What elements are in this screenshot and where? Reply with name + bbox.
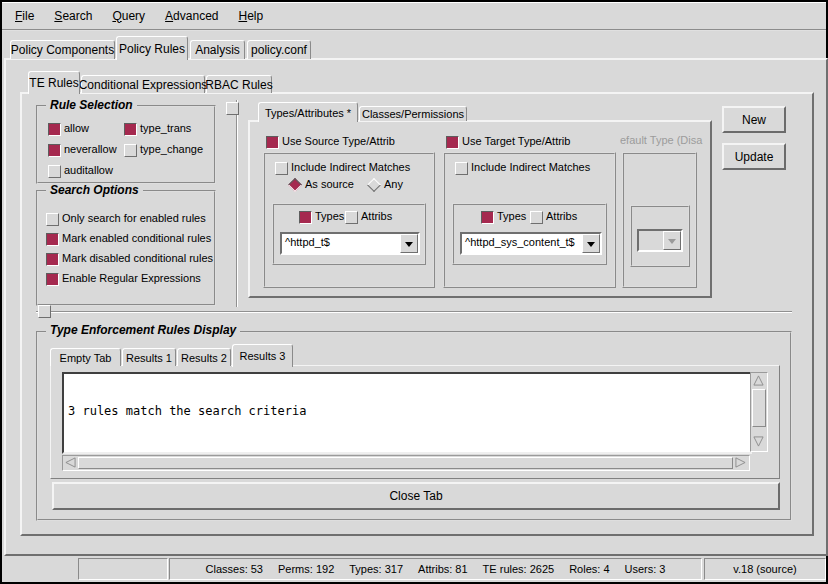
checkbox-target-indirect[interactable] — [455, 162, 468, 175]
scrollbar-thumb[interactable] — [78, 457, 733, 469]
checkbox-mark-enabled-label[interactable]: Mark enabled conditional rules — [62, 232, 211, 245]
dropdown-arrow-icon[interactable] — [400, 234, 418, 253]
checkbox-neverallow-label[interactable]: neverallow — [64, 143, 117, 156]
tab-te-rules[interactable]: TE Rules — [28, 71, 80, 94]
menu-help[interactable]: Help — [235, 8, 266, 24]
checkbox-only-enabled-label[interactable]: Only search for enabled rules — [62, 212, 206, 225]
checkbox-neverallow[interactable] — [48, 144, 61, 157]
tab-policy-conf[interactable]: policy.conf — [247, 40, 311, 59]
apol-window: File Search Query Advanced Help Policy C… — [0, 0, 828, 584]
target-type-combobox-value[interactable]: ^httpd_sys_content_t$ — [462, 234, 582, 253]
vertical-sash-handle[interactable] — [226, 102, 239, 115]
checkbox-use-target-label[interactable]: Use Target Type/Attrib — [462, 135, 570, 148]
checkbox-source-attribs-label[interactable]: Attribs — [361, 210, 392, 223]
tab-policy-rules[interactable]: Policy Rules — [116, 36, 188, 60]
radio-as-source-label[interactable]: As source — [305, 178, 354, 191]
tab-results-3[interactable]: Results 3 — [232, 344, 293, 367]
status-stat: Perms: 192 — [278, 563, 334, 575]
tab-rbac-rules[interactable]: RBAC Rules — [206, 75, 272, 93]
status-stat: TE rules: 2625 — [483, 563, 555, 575]
tab-results-1[interactable]: Results 1 — [122, 348, 176, 366]
scroll-down-arrow-icon[interactable] — [752, 435, 764, 447]
new-button[interactable]: New — [722, 106, 786, 133]
menu-query[interactable]: Query — [109, 8, 148, 24]
checkbox-only-enabled[interactable] — [46, 213, 59, 226]
default-type-combobox — [637, 229, 683, 252]
checkbox-use-target[interactable] — [446, 136, 459, 149]
checkbox-source-attribs[interactable] — [345, 211, 358, 224]
results-display-title: Type Enforcement Rules Display — [46, 324, 240, 337]
menu-advanced[interactable]: Advanced — [162, 8, 221, 24]
checkbox-auditallow[interactable] — [48, 165, 61, 178]
blank-line — [68, 446, 746, 454]
status-stat: Roles: 4 — [569, 563, 609, 575]
checkbox-type-trans-label[interactable]: type_trans — [140, 122, 191, 135]
dropdown-arrow-icon[interactable] — [582, 234, 600, 253]
scroll-up-arrow-icon[interactable] — [752, 374, 764, 386]
checkbox-mark-disabled[interactable] — [46, 253, 59, 266]
checkbox-target-attribs-label[interactable]: Attribs — [546, 210, 577, 223]
status-version: v.18 (source) — [704, 558, 826, 580]
checkbox-type-change-label[interactable]: type_change — [140, 143, 203, 156]
status-stat: Types: 317 — [349, 563, 403, 575]
checkbox-use-source-label[interactable]: Use Source Type/Attrib — [282, 135, 395, 148]
checkbox-mark-disabled-label[interactable]: Mark disabled conditional rules — [62, 252, 213, 265]
horizontal-sash[interactable] — [36, 311, 792, 313]
menubar: File Search Query Advanced Help — [2, 2, 826, 31]
rule-selection-title: Rule Selection — [46, 99, 137, 112]
checkbox-target-indirect-label[interactable]: Include Indirect Matches — [471, 161, 590, 174]
update-button[interactable]: Update — [722, 143, 786, 170]
checkbox-regex-label[interactable]: Enable Regular Expressions — [62, 272, 201, 285]
dropdown-arrow-icon — [663, 231, 681, 250]
checkbox-target-types[interactable] — [481, 211, 494, 224]
checkbox-type-change[interactable] — [124, 144, 137, 157]
results-vertical-scrollbar[interactable] — [750, 372, 768, 452]
scroll-left-arrow-icon[interactable] — [64, 456, 76, 468]
checkbox-target-attribs[interactable] — [530, 211, 543, 224]
tab-conditional-expressions[interactable]: Conditional Expressions — [81, 75, 205, 93]
scrollbar-thumb[interactable] — [752, 389, 766, 427]
checkbox-mark-enabled[interactable] — [46, 233, 59, 246]
checkbox-use-source[interactable] — [266, 136, 279, 149]
horizontal-sash-handle[interactable] — [38, 305, 51, 318]
close-tab-button[interactable]: Close Tab — [52, 482, 780, 510]
source-type-combobox-value[interactable]: ^httpd_t$ — [282, 234, 400, 253]
default-type-combobox-value — [639, 231, 663, 250]
status-stat: Users: 3 — [625, 563, 666, 575]
checkbox-allow[interactable] — [48, 123, 61, 136]
tab-empty-tab[interactable]: Empty Tab — [50, 348, 121, 366]
default-type-label: efault Type (Disa — [620, 134, 708, 147]
checkbox-auditallow-label[interactable]: auditallow — [64, 164, 113, 177]
statusbar-stats: Classes: 53Perms: 192Types: 317Attribs: … — [169, 558, 702, 580]
menu-search[interactable]: Search — [51, 8, 95, 24]
target-type-combobox[interactable]: ^httpd_sys_content_t$ — [460, 232, 602, 255]
checkbox-source-types-label[interactable]: Types — [315, 210, 344, 223]
checkbox-allow-label[interactable]: allow — [64, 122, 89, 135]
status-segment-empty — [78, 558, 168, 580]
tab-policy-components[interactable]: Policy Components — [10, 40, 115, 59]
source-type-combobox[interactable]: ^httpd_t$ — [280, 232, 420, 255]
checkbox-source-types[interactable] — [299, 211, 312, 224]
results-horizontal-scrollbar[interactable] — [62, 455, 750, 471]
radio-any-label[interactable]: Any — [384, 178, 403, 191]
search-options-title: Search Options — [46, 184, 143, 197]
scroll-right-arrow-icon[interactable] — [734, 456, 746, 468]
checkbox-target-types-label[interactable]: Types — [497, 210, 526, 223]
status-stat: Attribs: 81 — [418, 563, 468, 575]
vertical-sash[interactable] — [236, 100, 238, 307]
tab-classes-permissions[interactable]: Classes/Permissions — [359, 106, 467, 121]
checkbox-source-indirect-label[interactable]: Include Indirect Matches — [291, 161, 410, 174]
status-stat: Classes: 53 — [206, 563, 263, 575]
tab-results-2[interactable]: Results 2 — [177, 348, 231, 366]
checkbox-type-trans[interactable] — [124, 123, 137, 136]
results-text[interactable]: 3 rules match the search criteria (5822)… — [62, 372, 752, 454]
tab-analysis[interactable]: Analysis — [190, 40, 245, 59]
results-header: 3 rules match the search criteria — [68, 404, 746, 418]
tab-types-attributes[interactable]: Types/Attributes * — [258, 102, 358, 122]
menu-file[interactable]: File — [12, 8, 37, 24]
search-options-frame — [36, 190, 216, 306]
checkbox-source-indirect[interactable] — [275, 162, 288, 175]
checkbox-regex[interactable] — [46, 273, 59, 286]
